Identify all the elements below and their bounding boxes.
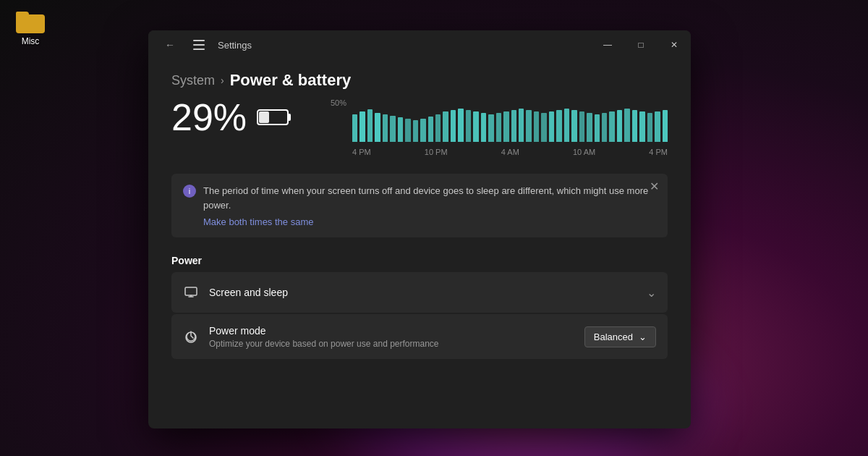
chart-bar (647, 113, 652, 142)
power-mode-info: Power mode Optimize your device based on… (209, 324, 584, 349)
breadcrumb-current: Power & battery (230, 71, 352, 90)
maximize-button[interactable]: □ (624, 30, 658, 59)
info-banner: i The period of time when your screen tu… (171, 174, 668, 237)
close-button[interactable]: ✕ (658, 30, 691, 59)
chart-bar (420, 119, 425, 142)
info-link[interactable]: Make both times the same (203, 216, 656, 227)
power-mode-desc: Optimize your device based on power use … (209, 339, 584, 349)
power-mode-icon (183, 329, 199, 345)
info-icon: i (183, 185, 196, 198)
chart-x-labels: 4 PM 10 PM 4 AM 10 AM 4 PM (352, 148, 668, 156)
title-bar-controls: — □ ✕ (591, 30, 691, 59)
chart-bar (655, 111, 660, 142)
screen-sleep-name: Screen and sleep (209, 287, 288, 298)
battery-section: 29% 50% (171, 98, 668, 156)
hamburger-line (193, 48, 205, 50)
info-close-button[interactable]: ✕ (650, 181, 659, 193)
power-mode-row[interactable]: Power mode Optimize your device based on… (171, 314, 668, 359)
chart-bar (488, 114, 493, 142)
power-mode-control: Balanced ⌄ (584, 326, 656, 347)
title-bar: ← Settings — □ ✕ (148, 30, 691, 59)
chart-label-4pm2: 4 PM (649, 148, 668, 156)
chart-label-4pm: 4 PM (352, 148, 371, 156)
chart-bar (511, 110, 516, 142)
dropdown-chevron: ⌄ (639, 332, 647, 342)
chart-bar (383, 114, 388, 142)
breadcrumb-separator: › (221, 75, 224, 86)
chart-50-label: 50% (331, 98, 346, 107)
breadcrumb-system[interactable]: System (171, 73, 215, 88)
chart-container: 50% 4 PM 10 PM 4 AM 10 AM 4 PM (331, 98, 668, 156)
folder-icon (16, 10, 45, 33)
chart-bar (579, 111, 584, 142)
chart-bar (571, 110, 576, 142)
settings-content: System › Power & battery 29% (148, 59, 691, 428)
chart-bar (473, 111, 478, 142)
chart-bar (609, 111, 614, 142)
hamburger-line (193, 40, 205, 41)
svg-rect-3 (185, 287, 197, 295)
battery-chart: 50% 4 PM 10 PM 4 AM 10 AM 4 PM (331, 98, 668, 156)
chart-bar (398, 117, 403, 142)
chart-label-10am: 10 AM (573, 148, 595, 156)
chart-bar (632, 110, 637, 142)
power-mode-dropdown[interactable]: Balanced ⌄ (584, 326, 656, 347)
chart-bar (413, 120, 418, 142)
chart-label-10pm: 10 PM (425, 148, 448, 156)
chart-bar (526, 110, 531, 142)
info-banner-content: i The period of time when your screen tu… (183, 184, 656, 227)
chart-bar (663, 110, 668, 142)
chart-bar (435, 114, 441, 142)
chart-bar (405, 119, 410, 142)
chart-bar (564, 109, 569, 142)
chart-bar (481, 113, 486, 142)
chart-bar (375, 113, 380, 142)
power-mode-value: Balanced (594, 332, 633, 342)
hamburger-line (193, 44, 205, 46)
hamburger-button[interactable] (189, 35, 209, 55)
screen-sleep-info: Screen and sleep (209, 286, 647, 299)
window-title: Settings (218, 40, 252, 51)
chart-bar (352, 114, 357, 142)
chart-bar (541, 113, 546, 142)
chart-bar (390, 116, 395, 142)
battery-percent: 29% (171, 98, 247, 136)
settings-window: ← Settings — □ ✕ System › Power & batter… (148, 30, 691, 428)
chart-bar (624, 109, 629, 142)
chart-bar (451, 110, 456, 142)
back-button[interactable]: ← (160, 35, 180, 55)
svg-rect-1 (288, 114, 291, 121)
chart-bar (519, 109, 524, 142)
info-message: The period of time when your screen turn… (203, 185, 648, 211)
chart-bar (639, 111, 644, 142)
breadcrumb: System › Power & battery (171, 59, 668, 98)
screen-sleep-chevron: ⌄ (647, 286, 656, 300)
chart-bar (367, 109, 373, 142)
chart-bar (458, 109, 463, 142)
chart-bar (595, 114, 600, 142)
chart-bar (428, 117, 433, 142)
title-bar-left: ← Settings (160, 35, 252, 55)
svg-rect-2 (259, 111, 269, 123)
chart-bar (617, 110, 622, 142)
chart-bar (359, 111, 365, 142)
chart-bar (443, 111, 448, 142)
minimize-button[interactable]: — (591, 30, 624, 59)
chart-bar (496, 113, 501, 142)
chart-bar (602, 113, 607, 142)
power-mode-name: Power mode (209, 325, 266, 337)
chart-bar (556, 110, 561, 142)
chart-bar (549, 111, 554, 142)
chart-label-4am: 4 AM (501, 148, 519, 156)
desktop: Misc ← Settings — □ ✕ (0, 0, 868, 456)
battery-icon (257, 107, 292, 127)
desktop-icon-misc[interactable]: Misc (13, 7, 48, 49)
chart-bars (352, 106, 668, 142)
info-text-block: The period of time when your screen turn… (203, 184, 656, 227)
power-section-title: Power (171, 255, 668, 266)
desktop-icon-label: Misc (22, 36, 40, 46)
chart-bar (466, 110, 471, 142)
chart-bar (587, 113, 592, 142)
screen-sleep-row[interactable]: Screen and sleep ⌄ (171, 272, 668, 313)
screen-sleep-icon (183, 284, 199, 300)
